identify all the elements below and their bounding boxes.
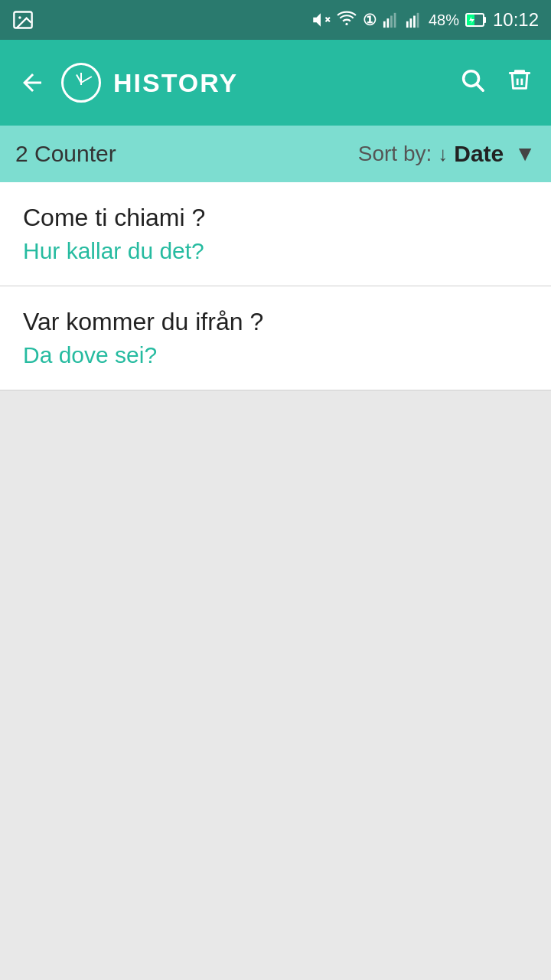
- battery-text: 48%: [429, 11, 459, 29]
- svg-line-17: [477, 84, 483, 90]
- svg-point-1: [18, 16, 21, 19]
- svg-rect-7: [390, 16, 393, 28]
- app-bar-actions: [459, 67, 533, 99]
- svg-rect-9: [406, 21, 409, 28]
- search-button[interactable]: [459, 67, 485, 99]
- wifi-icon: [337, 10, 357, 30]
- sort-area[interactable]: Sort by: ↓ Date ▼: [358, 141, 536, 167]
- history-list: Come ti chiami ? Hur kallar du det? Var …: [0, 182, 551, 390]
- svg-rect-11: [413, 16, 416, 28]
- app-bar-title-area: HISTORY: [61, 63, 459, 103]
- svg-rect-12: [417, 13, 419, 28]
- list-item[interactable]: Var kommer du ifrån ? Da dove sei?: [0, 286, 551, 390]
- empty-content-area: [0, 390, 551, 926]
- signal2-icon: [406, 11, 422, 28]
- app-bar-title: HISTORY: [113, 68, 238, 98]
- svg-rect-6: [386, 18, 389, 28]
- time-display: 10:12: [493, 9, 539, 31]
- dropdown-icon[interactable]: ▼: [514, 142, 536, 166]
- item-secondary-text: Da dove sei?: [23, 342, 528, 368]
- delete-button[interactable]: [507, 67, 533, 99]
- clock-icon: [61, 63, 101, 103]
- status-bar: ① 48% 10:12: [0, 0, 551, 40]
- image-icon: [12, 9, 34, 31]
- svg-point-4: [345, 23, 347, 25]
- svg-rect-14: [484, 17, 486, 23]
- signal1-icon: [383, 11, 399, 28]
- item-primary-text: Come ti chiami ?: [23, 204, 528, 232]
- sort-arrow-icon: ↓: [438, 142, 448, 166]
- app-bar: HISTORY: [0, 40, 551, 126]
- mute-icon: [311, 10, 331, 30]
- battery-icon: [465, 13, 487, 27]
- sim-icon: ①: [363, 11, 377, 29]
- status-icons-left: [12, 9, 34, 31]
- filter-bar: 2 Counter Sort by: ↓ Date ▼: [0, 126, 551, 182]
- item-primary-text: Var kommer du ifrån ?: [23, 308, 528, 336]
- item-secondary-text: Hur kallar du det?: [23, 238, 528, 264]
- svg-rect-8: [394, 13, 396, 28]
- counter-label: 2 Counter: [15, 141, 358, 167]
- sort-label: Sort by:: [358, 142, 432, 166]
- svg-rect-10: [409, 18, 412, 28]
- sort-value: Date: [454, 141, 504, 167]
- status-icons-right: ① 48% 10:12: [311, 9, 539, 31]
- svg-rect-5: [383, 21, 386, 28]
- list-item[interactable]: Come ti chiami ? Hur kallar du det?: [0, 182, 551, 286]
- back-button[interactable]: [18, 69, 46, 96]
